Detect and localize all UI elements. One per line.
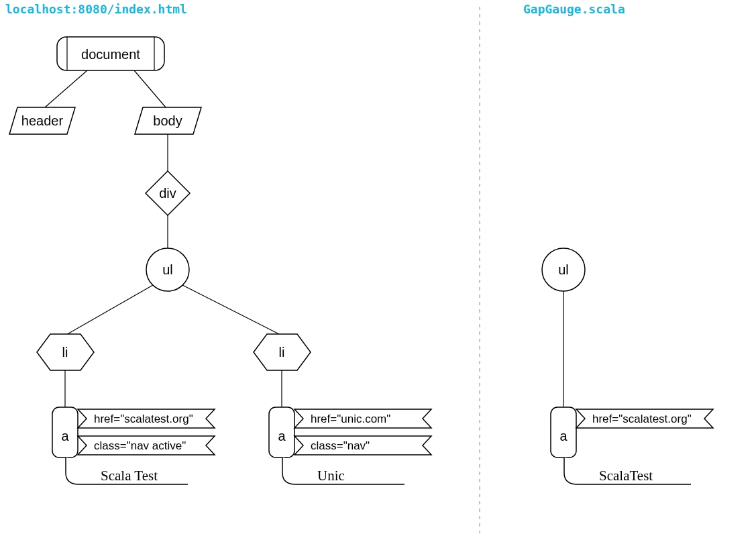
svg-text:div: div bbox=[159, 186, 176, 201]
node-ul-right: ul bbox=[542, 248, 585, 291]
svg-text:header: header bbox=[21, 113, 64, 128]
content-a2: Unic bbox=[282, 458, 404, 484]
svg-line-5 bbox=[134, 70, 166, 107]
content-a1: Scala Test bbox=[66, 458, 188, 484]
svg-text:li: li bbox=[62, 345, 68, 360]
node-li-2: li bbox=[254, 334, 311, 370]
node-document: document bbox=[57, 37, 164, 70]
svg-line-4 bbox=[45, 70, 87, 107]
svg-text:href="unic.com": href="unic.com" bbox=[311, 413, 390, 425]
attr-a-right-href: href="scalatest.org" bbox=[576, 409, 713, 428]
svg-text:class="nav": class="nav" bbox=[311, 439, 370, 452]
node-a-right: a bbox=[551, 407, 576, 458]
node-body: body bbox=[135, 107, 201, 134]
svg-text:document: document bbox=[81, 47, 140, 62]
svg-text:ScalaTest: ScalaTest bbox=[599, 468, 653, 484]
svg-text:body: body bbox=[153, 113, 182, 128]
attr-a1-href: href="scalatest.org" bbox=[78, 409, 215, 428]
node-a-1: a bbox=[52, 407, 78, 458]
node-header: header bbox=[9, 107, 75, 134]
node-li-1: li bbox=[37, 334, 94, 370]
content-a-right: ScalaTest bbox=[564, 458, 691, 484]
left-title: localhost:8080/index.html bbox=[5, 2, 187, 16]
svg-line-17 bbox=[182, 285, 282, 335]
attr-a1-class: class="nav active" bbox=[78, 436, 215, 455]
node-a-2: a bbox=[269, 407, 294, 458]
attr-a2-href: href="unic.com" bbox=[294, 409, 431, 428]
svg-text:href="scalatest.org": href="scalatest.org" bbox=[94, 413, 193, 425]
svg-text:Scala Test: Scala Test bbox=[101, 468, 158, 484]
diagram-canvas: localhost:8080/index.html GapGauge.scala… bbox=[0, 0, 756, 538]
svg-text:ul: ul bbox=[162, 262, 173, 277]
right-title: GapGauge.scala bbox=[523, 2, 625, 16]
svg-text:ul: ul bbox=[558, 262, 569, 277]
svg-text:href="scalatest.org": href="scalatest.org" bbox=[592, 413, 692, 425]
svg-text:li: li bbox=[279, 345, 285, 360]
svg-text:class="nav active": class="nav active" bbox=[94, 439, 186, 452]
svg-line-16 bbox=[65, 285, 153, 335]
node-ul-left: ul bbox=[146, 248, 189, 291]
node-div: div bbox=[146, 171, 190, 215]
svg-text:a: a bbox=[278, 429, 286, 443]
attr-a2-class: class="nav" bbox=[294, 436, 431, 455]
svg-text:a: a bbox=[61, 429, 69, 443]
svg-text:Unic: Unic bbox=[317, 468, 345, 484]
svg-text:a: a bbox=[559, 429, 568, 443]
